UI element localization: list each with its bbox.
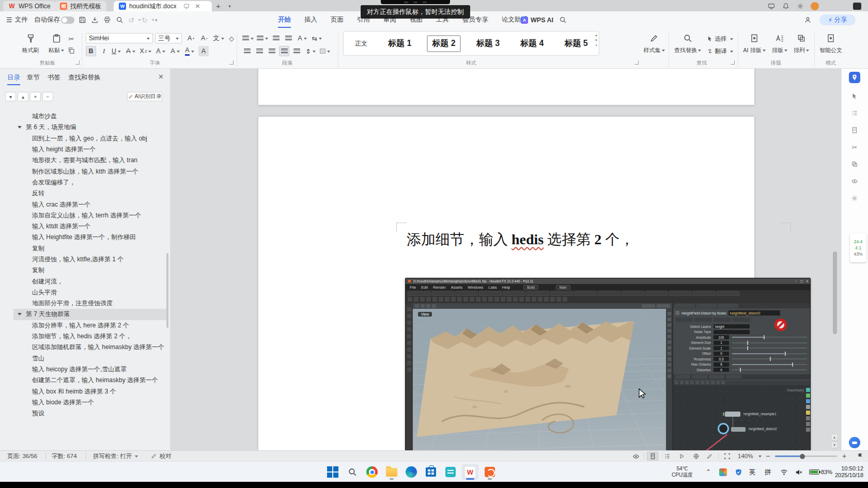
wps-ai-button[interactable]: A WPS AI [521,11,553,28]
remote-control-handle[interactable] [381,0,450,4]
prev-page-button[interactable]: ▴ [831,434,838,440]
layout-button[interactable]: 排版 [769,32,791,56]
ink-button[interactable] [704,452,715,461]
font-color-button[interactable]: A [183,46,196,56]
styles-dialog-launcher[interactable] [634,60,639,65]
bold-button[interactable]: B [86,46,96,56]
battery-indicator[interactable]: 83% [809,462,832,482]
style-set-button[interactable]: 样式集 [641,32,668,56]
toc-item[interactable]: 制作区域形山脉，输入 ktth 选择第一个 [0,166,171,177]
avatar[interactable] [810,2,819,10]
share-button[interactable]: ⚡分享 [819,14,856,25]
toc-item[interactable]: 复制 [0,243,171,254]
select-button[interactable]: 选择 [706,34,734,44]
zoom-level[interactable]: 140% [738,451,753,461]
align-right-button[interactable] [267,46,277,56]
gallery-up-icon[interactable]: ▴ [595,33,597,37]
toc-item[interactable]: 山头平滑 [0,287,171,298]
wifi-icon[interactable] [780,462,788,482]
phonetic-guide-button[interactable]: 文 [212,33,225,43]
style-heading3[interactable]: 标题 3 [471,35,505,52]
close-tab-icon[interactable]: ✕ [195,3,200,10]
word-count[interactable]: 字数: 674 [52,451,77,461]
toc-zoom-out-button[interactable]: − [42,92,53,101]
align-left-button[interactable] [242,46,252,56]
ai-layout-button[interactable]: AI 排版 [741,32,768,56]
chart-icon[interactable] [849,159,860,170]
sidebar-tab-bookmarks[interactable]: 书签 [48,73,60,82]
line-spacing-button[interactable]: ⇕ [304,46,317,56]
text-effects-button[interactable]: A [154,46,167,56]
toc-item[interactable]: 河流侵蚀，输入 kttfle,选择第 1 个 [0,254,171,265]
toc-item[interactable]: 输入 crac 选择第一个 [0,199,171,210]
wrap-button[interactable]: ⇆ [310,33,323,43]
cast-icon[interactable] [767,2,776,10]
translate-button[interactable]: 翻译 [706,46,734,56]
outline-view-button[interactable] [661,452,673,461]
wps-taskbar-icon[interactable]: W [462,464,478,480]
underline-button[interactable]: U [110,46,123,56]
font-name-select[interactable]: SimHei [86,33,153,43]
undo-button[interactable]: ↺ [128,11,141,28]
ms-store-icon[interactable] [423,464,439,480]
search-icon[interactable] [559,11,567,28]
gear-panel-icon[interactable] [849,193,860,204]
arrange-button[interactable]: 排列 [791,32,812,56]
font-dialog-launcher[interactable] [229,60,234,65]
clear-format-button[interactable]: ◇ [226,33,237,43]
toc-item[interactable]: 输入 box 和 heimb 选择第 3 个 [0,386,171,397]
toc-item[interactable]: 城市沙盘 [0,111,171,122]
gallery-down-icon[interactable]: ▾ [595,38,597,42]
ime-pinyin-indicator[interactable]: 拼 [765,462,771,482]
collapse-triangle-icon[interactable] [18,313,22,316]
find-replace-button[interactable]: 查找替换 [672,32,704,56]
save-button[interactable] [79,11,86,28]
shield-icon[interactable] [735,462,742,482]
ime-en-indicator[interactable]: 英 [749,462,756,482]
flag-icon[interactable] [857,451,864,461]
toc-item[interactable]: 回到上一层，输入 geo，点进去，输入 obj [0,133,171,144]
document-scrollbar[interactable] [833,251,837,334]
document-heading[interactable]: 添加细节，输入 hedis 选择第 2 个， [407,230,634,249]
shading-button[interactable] [318,46,332,56]
strikethrough-button[interactable]: A [124,46,137,56]
ai-assistant-icon[interactable] [849,437,860,448]
tab-page[interactable]: 页面 [330,15,345,24]
page-current[interactable]: 添加细节，输入 hedis 选择第 2 个， D:/houdini/xiangm… [258,117,754,450]
distribute-button[interactable] [291,46,302,56]
page-view-button[interactable] [647,452,658,461]
tab-insert[interactable]: 插入 [303,15,318,24]
eye-protect-icon[interactable] [630,452,642,461]
toc-item[interactable]: 区域添加随机群落，输入 heimaskby 选择第一个 [0,342,171,353]
justify-button[interactable] [279,46,289,56]
volume-muted-icon[interactable] [795,462,802,482]
toc-zoom-in-button[interactable]: + [30,92,41,101]
close-pane-icon[interactable]: ✕ [158,73,164,81]
read-mode-button[interactable] [676,452,687,461]
toc-item[interactable]: 反转 [0,188,171,199]
decrease-indent-button[interactable] [271,33,281,43]
highlight-color-button[interactable]: A [168,46,182,56]
print-button[interactable] [103,11,111,28]
increase-indent-button[interactable] [283,33,293,43]
cpu-temp-widget[interactable]: 54℃CPU温度 [672,462,693,482]
style-normal[interactable]: 正文 [350,36,373,51]
toc-item[interactable]: 添加自定义山脉，输入 terrh 选择第一个 [0,210,171,221]
tab-wps-office[interactable]: W WPS Office [3,1,56,11]
pc-manager-icon[interactable] [719,462,727,482]
zoom-out-button[interactable]: − [766,451,770,461]
web-view-button[interactable] [690,452,702,461]
increase-font-button[interactable]: A+ [185,33,197,43]
more-commands-chevron-icon[interactable]: ▾ [155,11,158,28]
autosave-toggle[interactable] [61,11,74,28]
superscript-button[interactable]: X2 [138,46,153,56]
smart-doc-button[interactable]: 智能公文 [817,32,844,56]
find-dialog-launcher[interactable] [731,60,735,65]
file-explorer-icon[interactable] [383,464,400,480]
file-menu[interactable]: ☰文件 [6,11,28,28]
settings-icon[interactable] [796,2,804,10]
sidebar-tab-chapters[interactable]: 章节 [27,73,40,82]
proofread-button[interactable]: 校对 [151,451,172,461]
select-tool-icon[interactable] [849,90,860,102]
collapse-triangle-icon[interactable] [18,126,22,129]
